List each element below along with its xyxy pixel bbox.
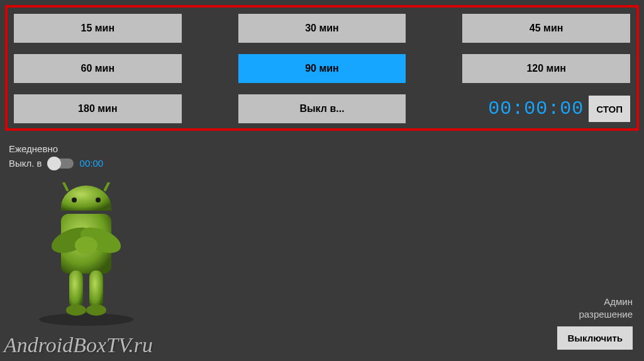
svg-line-1	[63, 182, 67, 190]
svg-point-12	[86, 304, 106, 316]
timer-button-grid: 15 мин 30 мин 45 мин 60 мин 90 мин 120 м…	[14, 14, 630, 122]
watermark-text: AndroidBoxTV.ru	[4, 333, 153, 357]
timer-stop-button[interactable]: СТОП	[589, 96, 630, 122]
timer-45min-button[interactable]: 45 мин	[462, 14, 630, 43]
timer-180min-button[interactable]: 180 мин	[14, 94, 182, 123]
daily-off-at-label: Выкл. в	[9, 158, 42, 169]
timer-60min-button[interactable]: 60 мин	[14, 54, 182, 83]
svg-rect-10	[89, 270, 103, 308]
timer-custom-button[interactable]: Выкл в...	[238, 94, 406, 123]
daily-toggle[interactable]	[48, 158, 74, 169]
android-mascot-icon	[26, 182, 146, 327]
svg-point-3	[72, 197, 77, 203]
daily-title: Ежедневно	[9, 143, 103, 154]
toggle-knob-icon	[47, 157, 61, 170]
timer-countdown-cell: 00:00:00 СТОП	[462, 94, 630, 123]
daily-schedule-section: Ежедневно Выкл. в 00:00	[9, 143, 103, 169]
timer-90min-button[interactable]: 90 мин	[238, 54, 406, 83]
svg-line-2	[105, 182, 109, 190]
timer-countdown-display: 00:00:00	[488, 98, 584, 119]
svg-point-11	[66, 304, 86, 316]
daily-row: Выкл. в 00:00	[9, 158, 103, 169]
turn-off-button[interactable]: Выключить	[557, 326, 633, 350]
daily-time-value[interactable]: 00:00	[80, 158, 104, 169]
bottom-right-controls: Админ разрешение Выключить	[557, 296, 633, 350]
svg-point-8	[75, 236, 97, 254]
timer-30min-button[interactable]: 30 мин	[238, 14, 406, 43]
svg-rect-9	[69, 270, 83, 308]
timer-120min-button[interactable]: 120 мин	[462, 54, 630, 83]
admin-permission-label: Админ разрешение	[557, 296, 633, 320]
timer-15min-button[interactable]: 15 мин	[14, 14, 182, 43]
svg-point-4	[96, 197, 101, 203]
timer-highlight-area: 15 мин 30 мин 45 мин 60 мин 90 мин 120 м…	[5, 5, 639, 131]
svg-point-0	[39, 313, 133, 326]
